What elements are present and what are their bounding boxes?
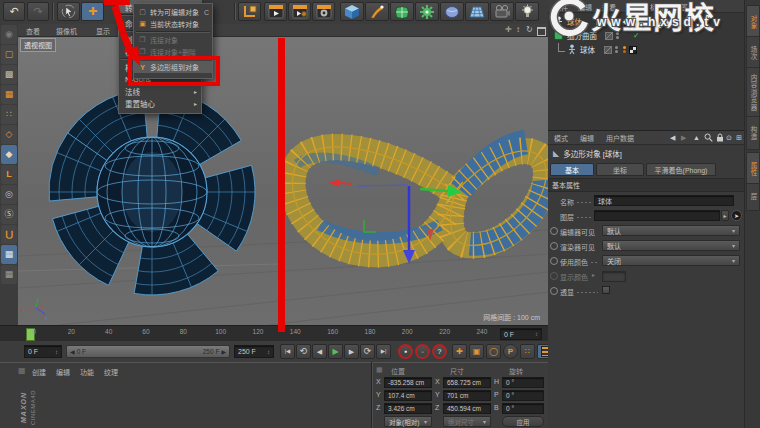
current-frame-spinner[interactable]: 0 F↕ bbox=[24, 345, 62, 358]
points-mode-button[interactable]: ∷ bbox=[1, 105, 17, 124]
am-new-window-icon[interactable]: ⊞ bbox=[736, 134, 742, 141]
use-color-dropdown[interactable]: 关闭▾ bbox=[602, 255, 740, 266]
layer-expand-button[interactable]: ▸ bbox=[721, 210, 729, 221]
redo-button[interactable]: ↷ bbox=[27, 2, 49, 21]
render-settings-button[interactable] bbox=[312, 2, 335, 21]
magnet-snap-button[interactable]: ⋃ bbox=[1, 225, 17, 244]
am-parent-icon[interactable]: ▲ bbox=[693, 134, 700, 141]
texture-mode-button[interactable]: ▩ bbox=[1, 65, 17, 84]
name-input[interactable]: 球体 bbox=[594, 195, 734, 206]
frame-number-field[interactable]: 0 F↕ bbox=[500, 328, 542, 340]
environment-button[interactable] bbox=[440, 2, 464, 21]
viewport-menu-cameras[interactable]: 摄像机 bbox=[56, 26, 77, 36]
key-pla-button[interactable]: ∷ bbox=[520, 344, 535, 359]
enable-axis-button[interactable]: L bbox=[1, 165, 17, 184]
record-keyframe-button[interactable]: ● bbox=[398, 344, 413, 359]
polygon-selection-tag[interactable] bbox=[624, 18, 632, 26]
apply-button[interactable]: 应用 bbox=[502, 416, 544, 427]
material-menu-create[interactable]: 创建 bbox=[32, 367, 46, 377]
size-mode-dropdown[interactable]: 绝对尺寸▾ bbox=[443, 416, 491, 427]
keyframe-circle[interactable] bbox=[550, 257, 558, 265]
rot-p-field[interactable]: 0 ° bbox=[502, 390, 544, 401]
material-menu-texture[interactable]: 纹理 bbox=[104, 367, 118, 377]
am-lock-icon[interactable] bbox=[716, 133, 724, 142]
material-menu-function[interactable]: 功能 bbox=[80, 367, 94, 377]
spinner-icon[interactable]: ↕ bbox=[535, 331, 538, 337]
render-to-picture-viewer-button[interactable] bbox=[288, 2, 311, 21]
timeline-range-slider[interactable]: ◀ 0 F 250 F ▶ bbox=[66, 345, 230, 358]
viewport-solo-button[interactable]: ◎ bbox=[1, 185, 17, 204]
am-menu-userdata[interactable]: 用户数据 bbox=[606, 133, 634, 143]
next-key-button[interactable]: ⟳ bbox=[360, 344, 375, 359]
next-frame-button[interactable]: ▶ bbox=[344, 344, 359, 359]
menu-item-reset-axis[interactable]: 重置轴心▸ bbox=[119, 97, 201, 109]
side-tab-takes[interactable]: 场次 bbox=[746, 36, 760, 70]
visibility-dots[interactable] bbox=[607, 18, 610, 25]
range-left-arrow-icon[interactable]: ◀ bbox=[70, 349, 75, 355]
side-tab-objects[interactable]: 对象 bbox=[746, 5, 760, 39]
goto-end-button[interactable]: ▶| bbox=[376, 344, 391, 359]
prev-key-button[interactable]: ⟲ bbox=[296, 344, 311, 359]
key-position-button[interactable]: ✚ bbox=[452, 344, 467, 359]
keyframe-circle[interactable] bbox=[550, 287, 558, 295]
spinner-icon[interactable]: ↕ bbox=[55, 349, 58, 355]
menu-item-normals[interactable]: 法线▸ bbox=[119, 85, 201, 97]
object-row-subdivision[interactable]: 细分曲面 ✓ bbox=[548, 29, 744, 42]
xray-checkbox[interactable] bbox=[602, 286, 610, 294]
coordinate-mode-dropdown[interactable]: 对象(相对)▾ bbox=[384, 416, 432, 427]
key-scale-button[interactable]: ▣ bbox=[469, 344, 484, 359]
pos-z-field[interactable]: 3.426 cm bbox=[384, 403, 432, 414]
basic-properties-section[interactable]: 基本属性 bbox=[548, 178, 744, 192]
render-visibility-dropdown[interactable]: 默认▾ bbox=[602, 240, 740, 251]
om-menu-edit[interactable]: 编辑 bbox=[578, 2, 592, 12]
layer-chip[interactable] bbox=[605, 32, 613, 40]
layer-input[interactable] bbox=[594, 210, 720, 221]
am-menu-mode[interactable]: 模式 bbox=[554, 133, 568, 143]
play-button[interactable]: ▶ bbox=[328, 344, 343, 359]
rot-h-field[interactable]: 0 ° bbox=[502, 377, 544, 388]
om-menu-objects[interactable]: 对象 bbox=[626, 2, 640, 12]
keyframe-circle[interactable] bbox=[550, 242, 558, 250]
prev-frame-button[interactable]: ◀ bbox=[312, 344, 327, 359]
viewport-pan-icon[interactable]: ✛ bbox=[505, 26, 512, 34]
floor-button[interactable] bbox=[465, 2, 489, 21]
viewport-rotate-icon[interactable]: ↻ bbox=[526, 26, 533, 34]
live-selection-button[interactable] bbox=[57, 2, 80, 21]
am-history-forward-icon[interactable]: ▶ bbox=[681, 134, 686, 141]
coordinate-system-button[interactable] bbox=[238, 2, 261, 21]
om-menu-bookmarks[interactable]: 书签 bbox=[674, 2, 688, 12]
om-menu-view[interactable]: 查看 bbox=[602, 2, 616, 12]
tab-phong[interactable]: 平滑着色(Phong) bbox=[646, 163, 716, 176]
am-history-back-icon[interactable]: ◀ bbox=[670, 134, 675, 141]
spinner-icon[interactable]: ↕ bbox=[267, 349, 270, 355]
key-rotation-button[interactable]: ◯ bbox=[486, 344, 501, 359]
viewport-maximize-icon[interactable] bbox=[537, 27, 546, 36]
model-mode-button[interactable]: ▢ bbox=[1, 45, 17, 64]
side-tab-layers[interactable]: 层 bbox=[746, 183, 760, 211]
am-search-icon[interactable] bbox=[704, 133, 713, 142]
make-editable-button[interactable]: ◉ bbox=[1, 25, 17, 44]
visibility-dots[interactable] bbox=[615, 46, 618, 53]
size-x-field[interactable]: 658.725 cm bbox=[443, 377, 491, 388]
lock-workplane-button[interactable]: ▦ bbox=[1, 245, 17, 264]
keyframe-circle[interactable] bbox=[550, 227, 558, 235]
autokey-button[interactable]: ◦ bbox=[415, 344, 430, 359]
enabled-check-icon[interactable]: ✓ bbox=[633, 32, 640, 40]
undo-button[interactable]: ↶ bbox=[3, 2, 25, 21]
object-row-sphere-child[interactable]: 球体 bbox=[548, 43, 744, 56]
side-tab-structure[interactable]: 构造 bbox=[746, 116, 760, 150]
rot-b-field[interactable]: 0 ° bbox=[502, 403, 544, 414]
spline-pen-button[interactable] bbox=[365, 2, 389, 21]
object-row-sphere-top[interactable]: 球体 bbox=[548, 15, 744, 28]
layer-chip[interactable] bbox=[604, 46, 612, 54]
layer-pick-button[interactable]: ➤ bbox=[731, 210, 742, 221]
viewport-zoom-icon[interactable]: ↕ bbox=[516, 26, 520, 34]
key-parameter-button[interactable]: P bbox=[503, 344, 518, 359]
editor-visibility-dropdown[interactable]: 默认▾ bbox=[602, 225, 740, 236]
layer-chip[interactable] bbox=[596, 18, 604, 26]
primitive-cube-button[interactable] bbox=[340, 2, 364, 21]
snap-button[interactable]: Ⓢ bbox=[1, 205, 17, 224]
size-y-field[interactable]: 701 cm bbox=[443, 390, 491, 401]
goto-start-button[interactable]: |◀ bbox=[280, 344, 295, 359]
tab-basic[interactable]: 基本 bbox=[550, 163, 594, 176]
